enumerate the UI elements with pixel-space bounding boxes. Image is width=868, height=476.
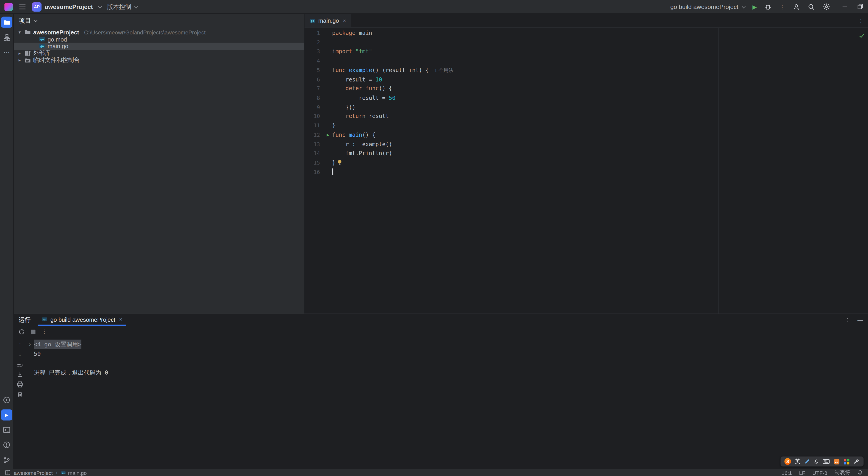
run-panel-options-icon[interactable]: ⋮ [845,317,850,323]
chevron-down-icon [742,4,745,8]
scroll-to-end-icon[interactable] [16,371,24,378]
tree-row[interactable]: ▸临时文件和控制台 [14,57,304,64]
fold-arrow-icon[interactable]: › [26,340,34,349]
chevron-down-icon[interactable]: ▾ [17,30,22,35]
project-badge: AP [32,2,41,11]
print-icon[interactable] [16,381,24,388]
search-icon[interactable] [808,3,815,10]
line-number: 13 [305,140,332,149]
inspections-ok-icon[interactable] [859,31,865,41]
run-panel: 运行 go go build awesomeProject × ⋮ — [14,314,868,469]
up-stacktrace-icon[interactable]: ↑ [16,341,24,348]
code-text: func main() { [332,130,375,140]
run-panel-title: 运行 [19,316,31,324]
soft-wrap-icon[interactable] [16,361,24,368]
editor-area: go main.go × ⋮ 1package main23import "fm… [305,14,868,314]
keyboard-icon[interactable] [823,459,830,464]
tree-item-label: awesomeProject [33,29,79,36]
chevron-right-icon[interactable]: ▸ [17,58,22,63]
settings-gear-icon[interactable] [823,3,830,10]
tool-window-layout-icon[interactable] [5,470,10,475]
tree-row[interactable]: ▸外部库 [14,50,304,57]
rerun-icon[interactable] [18,328,25,335]
code-text: } [332,121,336,130]
code-text: result = 10 [332,75,382,84]
vcs-label: 版本控制 [107,2,131,11]
project-selector[interactable]: AP awesomeProject [32,2,101,11]
run-tab-go-build[interactable]: go go build awesomeProject × [38,314,126,326]
vcs-widget[interactable]: 版本控制 [107,2,138,11]
encoding-widget[interactable]: UTF-8 [812,470,828,476]
svg-text:go: go [62,471,65,474]
services-tool-button[interactable] [1,394,12,406]
structure-tool-button[interactable] [1,32,12,43]
hide-panel-icon[interactable]: — [858,317,863,323]
wrench-icon[interactable] [854,458,860,465]
ime-skin-icon[interactable] [834,458,840,465]
line-number: 10 [305,112,332,121]
microphone-icon[interactable] [814,458,819,465]
indent-widget[interactable]: 制表符 [835,469,850,476]
svg-text:go: go [43,318,46,321]
line-number: 6 [305,75,332,84]
fold-spacer [26,358,34,368]
caret-position-widget[interactable]: 16:1 [781,470,792,476]
library-icon [24,50,31,56]
problems-tool-button[interactable] [1,439,12,450]
text-cursor [332,168,333,175]
line-number: 11 [305,121,332,130]
line-number: 8 [305,94,332,103]
chevron-down-icon [34,18,37,22]
line-separator-widget[interactable]: LF [799,470,805,476]
terminal-tool-button[interactable] [1,424,12,435]
line-number: 2 [305,38,332,47]
tree-row[interactable]: ▾awesomeProjectC:\Users\meowr\GolandProj… [14,29,304,36]
chevron-right-icon[interactable]: ▸ [17,51,22,56]
more-tool-windows-icon[interactable]: ⋯ [1,47,12,58]
editor-tab-options-icon[interactable]: ⋮ [858,18,864,24]
notifications-bell-icon[interactable] [858,470,863,475]
ime-toolbox-icon[interactable] [844,458,850,465]
project-tool-button[interactable] [1,17,12,28]
code-line: 4 [305,57,868,66]
intention-bulb-icon[interactable] [337,159,342,169]
code-lines: 1package main23import "fmt"45func exampl… [305,29,868,177]
tab-label: main.go [318,17,339,24]
fold-spacer [26,349,34,358]
breadcrumb-file[interactable]: go main.go [61,470,87,476]
run-console[interactable]: ›<4 go 设置调用>50进程 已完成，退出代码为 0 [26,337,868,469]
tree-row[interactable]: gogo.mod [14,36,304,43]
line-number: 16 [305,168,332,177]
ime-language-mode[interactable]: 英 [795,458,800,466]
run-line-icon[interactable]: ▶ [327,130,330,140]
ime-logo-icon[interactable]: S [784,458,791,465]
version-control-tool-button[interactable] [1,454,12,465]
main-menu-icon[interactable] [19,3,26,10]
project-panel-header[interactable]: 项目 [14,14,304,28]
main-content: ⋯ ▶ 项目 [0,14,868,469]
user-profile-icon[interactable] [793,3,800,10]
run-tool-button[interactable]: ▶ [1,410,12,420]
code-line: 16 [305,168,868,177]
tree-row[interactable]: gomain.go [14,43,304,50]
run-button[interactable]: ▶ [752,4,757,10]
run-config-selector[interactable]: go build awesomeProject [670,3,745,10]
minimize-button[interactable] [841,3,848,10]
code-line: 10 return result [305,112,868,121]
more-actions-icon[interactable]: ⋮ [779,4,785,10]
tab-close-icon[interactable]: × [119,316,122,323]
run-more-options-icon[interactable]: ⋮ [41,328,47,335]
goland-app-icon[interactable] [4,2,12,11]
ime-pen-icon[interactable] [804,459,810,464]
down-stacktrace-icon[interactable]: ↓ [16,351,24,358]
tab-main-go[interactable]: go main.go × [305,14,351,27]
restore-window-button[interactable] [857,3,864,10]
stop-icon[interactable] [31,329,36,334]
code-editor[interactable]: 1package main23import "fmt"45func exampl… [305,28,868,314]
line-number: 7 [305,85,332,94]
clear-console-icon[interactable] [16,391,24,398]
tab-close-icon[interactable]: × [343,18,346,24]
breadcrumb-project[interactable]: awesomeProject [14,470,53,476]
svg-text:go: go [40,44,44,48]
debug-button[interactable] [765,3,772,10]
